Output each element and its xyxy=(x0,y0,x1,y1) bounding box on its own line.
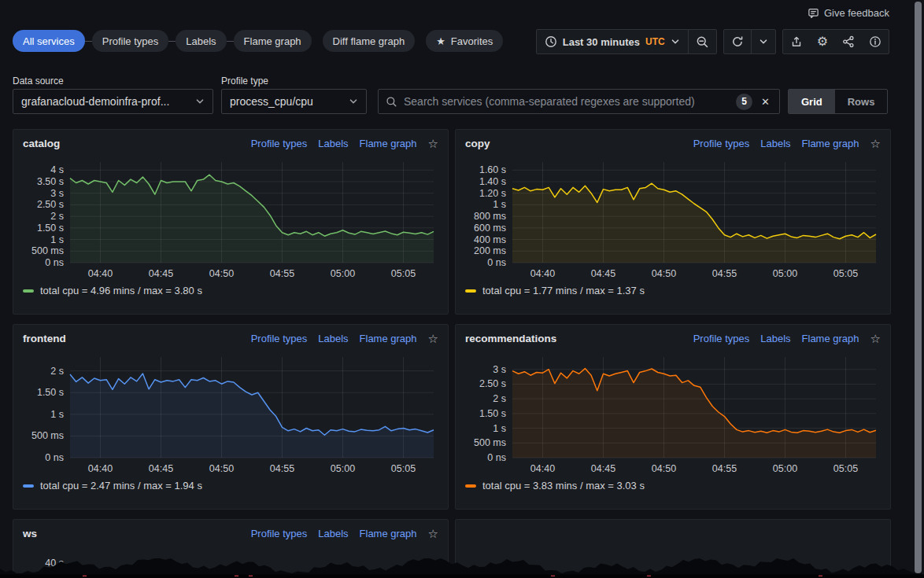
panel-header: recommendationsProfile typesLabelsFlame … xyxy=(456,325,890,344)
legend-color-swatch xyxy=(465,289,476,293)
settings-button[interactable]: ⚙ xyxy=(810,30,835,53)
tab-all-services[interactable]: All services xyxy=(13,30,85,52)
favorite-star-icon[interactable]: ☆ xyxy=(428,138,438,149)
legend-color-swatch xyxy=(465,484,476,488)
svg-text:04:50: 04:50 xyxy=(652,268,676,279)
zoom-out-button[interactable] xyxy=(689,30,716,53)
svg-text:04:50: 04:50 xyxy=(209,268,234,279)
svg-text:04:40: 04:40 xyxy=(530,463,555,474)
svg-text:05:05: 05:05 xyxy=(833,268,858,279)
svg-text:1.50 s: 1.50 s xyxy=(37,387,64,398)
tab-connector xyxy=(168,41,176,42)
tab-label: Favorites xyxy=(451,35,493,47)
svg-text:05:05: 05:05 xyxy=(391,268,416,279)
svg-text:0 ns: 0 ns xyxy=(45,257,64,268)
svg-text:3 s: 3 s xyxy=(493,364,506,375)
timeseries-chart-recommendations[interactable]: 0 ns500 ms1 s1.50 s2 s2.50 s3 s04:4004:4… xyxy=(465,351,882,477)
time-range-picker[interactable]: Last 30 minutes UTC xyxy=(537,30,688,53)
legend-label: total cpu = 2.47 mins / max = 1.94 s xyxy=(40,480,202,491)
tab-label: Flame graph xyxy=(244,35,301,47)
favorite-star-icon[interactable]: ☆ xyxy=(428,528,438,539)
timeseries-chart-catalog[interactable]: 0 ns500 ms1 s1.50 s2 s2.50 s3 s3.50 s4 s… xyxy=(23,156,440,282)
panel-link-labels[interactable]: Labels xyxy=(318,333,348,344)
panel-link-profile-types[interactable]: Profile types xyxy=(693,333,750,344)
svg-text:05:00: 05:00 xyxy=(331,268,355,279)
give-feedback-button[interactable]: Give feedback xyxy=(808,7,889,19)
refresh-button[interactable] xyxy=(724,30,751,53)
tab-label: Diff flame graph xyxy=(333,35,405,47)
tab-label: Labels xyxy=(186,35,216,47)
svg-text:04:45: 04:45 xyxy=(591,268,615,279)
chart-legend[interactable]: total cpu = 4.96 mins / max = 3.80 s xyxy=(23,285,438,296)
panel-link-flame-graph[interactable]: Flame graph xyxy=(360,528,417,539)
panel-link-profile-types[interactable]: Profile types xyxy=(251,333,308,344)
panel-link-labels[interactable]: Labels xyxy=(318,528,348,539)
favorite-star-icon[interactable]: ☆ xyxy=(428,333,438,344)
chart-legend[interactable]: total cpu = 1.77 mins / max = 1.37 s xyxy=(465,285,881,296)
refresh-box xyxy=(723,29,776,54)
svg-text:1.20 s: 1.20 s xyxy=(479,188,506,199)
search-services-box: 5 ✕ xyxy=(378,89,780,114)
favorite-star-icon[interactable]: ☆ xyxy=(870,138,881,149)
svg-text:4 s: 4 s xyxy=(50,164,64,175)
svg-text:400 ms: 400 ms xyxy=(474,234,506,245)
chevron-down-icon xyxy=(349,97,358,106)
datasource-value: grafanacloud-demoinfra-prof... xyxy=(21,95,169,108)
layout-option-grid[interactable]: Grid xyxy=(789,90,835,113)
svg-text:2 s: 2 s xyxy=(50,366,64,377)
tab-label: Profile types xyxy=(102,35,159,47)
tab-flame-graph[interactable]: Flame graph xyxy=(234,30,312,52)
svg-text:500 ms: 500 ms xyxy=(31,430,64,441)
datasource-select[interactable]: grafanacloud-demoinfra-prof... xyxy=(13,89,213,114)
panel-link-flame-graph[interactable]: Flame graph xyxy=(802,138,859,149)
chart-legend[interactable]: total cpu = 3.83 mins / max = 3.03 s xyxy=(465,480,881,491)
panel-link-labels[interactable]: Labels xyxy=(760,138,790,149)
export-button[interactable] xyxy=(783,30,810,53)
panel-link-flame-graph[interactable]: Flame graph xyxy=(360,138,417,149)
panel-link-labels[interactable]: Labels xyxy=(760,333,790,344)
vertical-scrollbar[interactable] xyxy=(915,2,922,573)
favorite-star-icon[interactable]: ☆ xyxy=(870,333,881,344)
clear-search-button[interactable]: ✕ xyxy=(759,96,772,108)
tab-diff-flame-graph[interactable]: Diff flame graph xyxy=(323,30,416,52)
dashboard-toolbar: Last 30 minutes UTC xyxy=(536,29,889,54)
svg-text:1.50 s: 1.50 s xyxy=(479,408,506,419)
panel-actions: Profile typesLabelsFlame graph☆ xyxy=(251,333,438,344)
refresh-interval-dropdown[interactable] xyxy=(752,30,775,53)
share-button[interactable] xyxy=(835,30,862,53)
panel-link-profile-types[interactable]: Profile types xyxy=(251,138,308,149)
svg-text:04:55: 04:55 xyxy=(712,463,737,474)
tab-connector xyxy=(85,41,92,42)
tab-profile-types[interactable]: Profile types xyxy=(92,30,169,52)
refresh-icon xyxy=(731,35,744,48)
comment-icon xyxy=(808,7,819,19)
panel-link-profile-types[interactable]: Profile types xyxy=(693,138,750,149)
chart-legend[interactable]: total cpu = 2.47 mins / max = 1.94 s xyxy=(23,480,438,491)
service-panel-frontend: frontendProfile typesLabelsFlame graph☆0… xyxy=(13,324,449,510)
panel-title: frontend xyxy=(23,333,66,344)
panel-link-flame-graph[interactable]: Flame graph xyxy=(360,333,417,344)
timezone-label: UTC xyxy=(645,36,665,47)
svg-text:04:55: 04:55 xyxy=(270,463,294,474)
search-services-input[interactable] xyxy=(404,95,730,108)
panel-link-profile-types[interactable]: Profile types xyxy=(251,528,308,539)
info-button[interactable] xyxy=(862,30,889,53)
svg-text:04:45: 04:45 xyxy=(149,268,173,279)
tab-labels[interactable]: Labels xyxy=(176,30,226,52)
results-count-badge: 5 xyxy=(736,94,752,110)
profile-type-select[interactable]: process_cpu/cpu xyxy=(221,89,367,114)
svg-text:1 s: 1 s xyxy=(493,199,506,210)
tab-favorites[interactable]: ★Favorites xyxy=(426,30,503,52)
chevron-down-icon xyxy=(195,97,205,106)
timeseries-chart-frontend[interactable]: 0 ns500 ms1 s1.50 s2 s04:4004:4504:5004:… xyxy=(23,351,440,477)
svg-text:2 s: 2 s xyxy=(493,393,506,404)
panel-link-labels[interactable]: Labels xyxy=(318,138,348,149)
layout-option-rows[interactable]: Rows xyxy=(835,90,888,113)
panel-header: copyProfile typesLabelsFlame graph☆ xyxy=(456,130,890,149)
panel-link-flame-graph[interactable]: Flame graph xyxy=(802,333,859,344)
timeseries-chart-copy[interactable]: 0 ns200 ms400 ms600 ms800 ms1 s1.20 s1.4… xyxy=(465,156,882,282)
panel-actions: Profile typesLabelsFlame graph☆ xyxy=(693,333,881,344)
chevron-down-icon xyxy=(759,37,768,46)
svg-text:04:50: 04:50 xyxy=(209,463,234,474)
service-panel-catalog: catalogProfile typesLabelsFlame graph☆0 … xyxy=(13,129,449,315)
